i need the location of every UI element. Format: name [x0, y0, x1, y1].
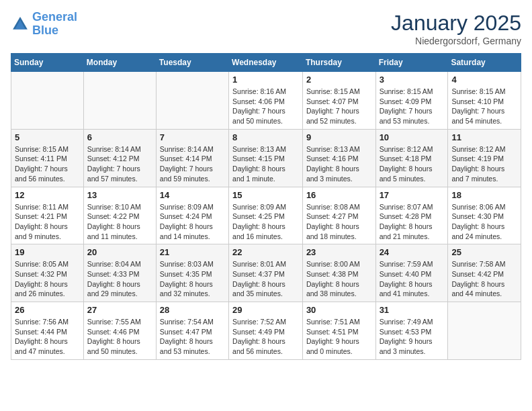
day-info: Sunrise: 8:03 AMSunset: 4:35 PMDaylight:…	[160, 259, 225, 299]
calendar-cell: 18Sunrise: 8:06 AMSunset: 4:30 PMDayligh…	[448, 187, 521, 244]
day-info: Sunrise: 8:15 AMSunset: 4:10 PMDaylight:…	[451, 87, 517, 126]
day-number: 20	[87, 247, 152, 257]
day-number: 7	[160, 132, 225, 142]
day-number: 27	[87, 305, 152, 315]
calendar-cell: 20Sunrise: 8:04 AMSunset: 4:33 PMDayligh…	[83, 244, 156, 302]
calendar-cell: 17Sunrise: 8:07 AMSunset: 4:28 PMDayligh…	[375, 187, 448, 244]
day-info: Sunrise: 8:10 AMSunset: 4:22 PMDaylight:…	[87, 202, 152, 242]
calendar-table: SundayMondayTuesdayWednesdayThursdayFrid…	[11, 53, 521, 360]
day-info: Sunrise: 7:54 AMSunset: 4:47 PMDaylight:…	[160, 317, 225, 357]
calendar-cell: 25Sunrise: 7:58 AMSunset: 4:42 PMDayligh…	[448, 244, 521, 302]
day-info: Sunrise: 8:16 AMSunset: 4:06 PMDaylight:…	[232, 87, 299, 126]
day-info: Sunrise: 8:07 AMSunset: 4:28 PMDaylight:…	[380, 202, 445, 242]
calendar-cell: 1Sunrise: 8:16 AMSunset: 4:06 PMDaylight…	[229, 72, 303, 130]
calendar-cell: 30Sunrise: 7:51 AMSunset: 4:51 PMDayligh…	[302, 302, 375, 360]
day-info: Sunrise: 8:11 AMSunset: 4:21 PMDaylight:…	[15, 202, 80, 242]
day-number: 12	[15, 190, 80, 200]
calendar-cell: 10Sunrise: 8:12 AMSunset: 4:18 PMDayligh…	[375, 129, 448, 187]
weekday-header-sunday: Sunday	[11, 54, 84, 72]
day-info: Sunrise: 7:55 AMSunset: 4:46 PMDaylight:…	[87, 317, 152, 357]
day-info: Sunrise: 8:13 AMSunset: 4:15 PMDaylight:…	[232, 144, 299, 184]
day-number: 6	[87, 132, 152, 142]
day-number: 17	[380, 190, 445, 200]
day-number: 2	[306, 75, 372, 85]
weekday-header-monday: Monday	[83, 54, 156, 72]
day-number: 19	[15, 247, 80, 257]
day-info: Sunrise: 7:51 AMSunset: 4:51 PMDaylight:…	[306, 317, 372, 357]
calendar-cell: 2Sunrise: 8:15 AMSunset: 4:07 PMDaylight…	[302, 72, 375, 130]
day-info: Sunrise: 7:52 AMSunset: 4:49 PMDaylight:…	[232, 317, 299, 357]
day-number: 28	[160, 305, 225, 315]
day-number: 21	[160, 247, 225, 257]
calendar-week-3: 12Sunrise: 8:11 AMSunset: 4:21 PMDayligh…	[11, 187, 521, 244]
calendar-cell: 14Sunrise: 8:09 AMSunset: 4:24 PMDayligh…	[156, 187, 228, 244]
day-info: Sunrise: 8:15 AMSunset: 4:07 PMDaylight:…	[306, 87, 372, 126]
day-number: 1	[232, 75, 299, 85]
calendar-cell: 12Sunrise: 8:11 AMSunset: 4:21 PMDayligh…	[11, 187, 84, 244]
day-number: 10	[380, 132, 445, 142]
day-number: 26	[15, 305, 80, 315]
day-number: 11	[451, 132, 517, 142]
day-number: 24	[380, 247, 445, 257]
calendar-cell	[448, 302, 521, 360]
day-info: Sunrise: 8:09 AMSunset: 4:24 PMDaylight:…	[160, 202, 225, 242]
weekday-header-friday: Friday	[375, 54, 448, 72]
calendar-cell: 29Sunrise: 7:52 AMSunset: 4:49 PMDayligh…	[229, 302, 303, 360]
day-info: Sunrise: 7:59 AMSunset: 4:40 PMDaylight:…	[380, 259, 445, 299]
day-info: Sunrise: 8:00 AMSunset: 4:38 PMDaylight:…	[306, 259, 372, 299]
day-number: 4	[451, 75, 517, 85]
day-number: 14	[160, 190, 225, 200]
calendar-cell: 24Sunrise: 7:59 AMSunset: 4:40 PMDayligh…	[375, 244, 448, 302]
day-info: Sunrise: 7:58 AMSunset: 4:42 PMDaylight:…	[451, 259, 517, 299]
day-number: 31	[380, 305, 445, 315]
day-number: 18	[451, 190, 517, 200]
day-info: Sunrise: 8:09 AMSunset: 4:25 PMDaylight:…	[232, 202, 299, 242]
month-title: January 2025	[391, 11, 521, 36]
calendar-cell: 16Sunrise: 8:08 AMSunset: 4:27 PMDayligh…	[302, 187, 375, 244]
calendar-cell: 22Sunrise: 8:01 AMSunset: 4:37 PMDayligh…	[229, 244, 303, 302]
calendar-cell: 15Sunrise: 8:09 AMSunset: 4:25 PMDayligh…	[229, 187, 303, 244]
weekday-header-saturday: Saturday	[448, 54, 521, 72]
day-number: 29	[232, 305, 299, 315]
day-number: 9	[306, 132, 372, 142]
day-number: 25	[451, 247, 517, 257]
calendar-cell: 23Sunrise: 8:00 AMSunset: 4:38 PMDayligh…	[302, 244, 375, 302]
day-number: 22	[232, 247, 299, 257]
calendar-cell: 11Sunrise: 8:12 AMSunset: 4:19 PMDayligh…	[448, 129, 521, 187]
calendar-cell: 13Sunrise: 8:10 AMSunset: 4:22 PMDayligh…	[83, 187, 156, 244]
calendar-week-2: 5Sunrise: 8:15 AMSunset: 4:11 PMDaylight…	[11, 129, 521, 187]
logo-text: General Blue	[32, 11, 77, 38]
location-subtitle: Niedergorsdorf, Germany	[391, 36, 521, 46]
calendar-week-1: 1Sunrise: 8:16 AMSunset: 4:06 PMDaylight…	[11, 72, 521, 130]
day-info: Sunrise: 8:15 AMSunset: 4:11 PMDaylight:…	[15, 144, 80, 184]
calendar-cell	[156, 72, 228, 130]
calendar-cell: 3Sunrise: 8:15 AMSunset: 4:09 PMDaylight…	[375, 72, 448, 130]
day-info: Sunrise: 8:13 AMSunset: 4:16 PMDaylight:…	[306, 144, 372, 184]
day-number: 23	[306, 247, 372, 257]
day-info: Sunrise: 7:49 AMSunset: 4:53 PMDaylight:…	[380, 317, 445, 357]
title-section: January 2025 Niedergorsdorf, Germany	[391, 11, 521, 46]
day-info: Sunrise: 8:01 AMSunset: 4:37 PMDaylight:…	[232, 259, 299, 299]
calendar-cell: 8Sunrise: 8:13 AMSunset: 4:15 PMDaylight…	[229, 129, 303, 187]
logo-icon	[11, 15, 30, 34]
day-info: Sunrise: 8:04 AMSunset: 4:33 PMDaylight:…	[87, 259, 152, 299]
day-info: Sunrise: 7:56 AMSunset: 4:44 PMDaylight:…	[15, 317, 80, 357]
day-number: 5	[15, 132, 80, 142]
weekday-header-tuesday: Tuesday	[156, 54, 228, 72]
page-header: General Blue January 2025 Niedergorsdorf…	[11, 11, 521, 46]
calendar-cell: 21Sunrise: 8:03 AMSunset: 4:35 PMDayligh…	[156, 244, 228, 302]
calendar-cell: 19Sunrise: 8:05 AMSunset: 4:32 PMDayligh…	[11, 244, 84, 302]
calendar-cell: 5Sunrise: 8:15 AMSunset: 4:11 PMDaylight…	[11, 129, 84, 187]
calendar-cell: 26Sunrise: 7:56 AMSunset: 4:44 PMDayligh…	[11, 302, 84, 360]
day-info: Sunrise: 8:14 AMSunset: 4:14 PMDaylight:…	[160, 144, 225, 184]
day-info: Sunrise: 8:12 AMSunset: 4:18 PMDaylight:…	[380, 144, 445, 184]
calendar-cell: 31Sunrise: 7:49 AMSunset: 4:53 PMDayligh…	[375, 302, 448, 360]
weekday-header-row: SundayMondayTuesdayWednesdayThursdayFrid…	[11, 54, 521, 72]
logo: General Blue	[11, 11, 77, 38]
calendar-cell: 9Sunrise: 8:13 AMSunset: 4:16 PMDaylight…	[302, 129, 375, 187]
day-number: 15	[232, 190, 299, 200]
day-number: 13	[87, 190, 152, 200]
calendar-cell	[83, 72, 156, 130]
day-info: Sunrise: 8:06 AMSunset: 4:30 PMDaylight:…	[451, 202, 517, 242]
weekday-header-thursday: Thursday	[302, 54, 375, 72]
